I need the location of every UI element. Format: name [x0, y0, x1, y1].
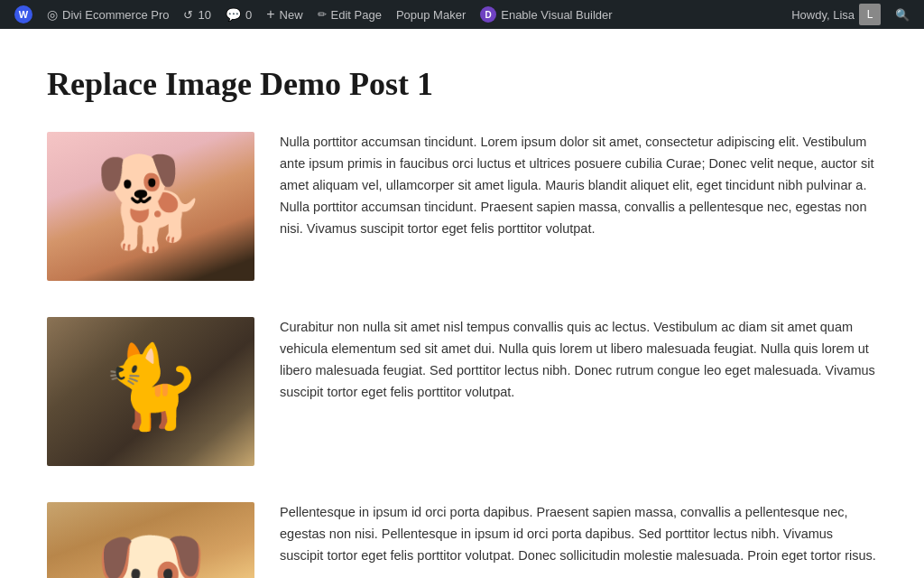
- cat-image: [47, 317, 254, 466]
- popup-maker-button[interactable]: Popup Maker: [389, 0, 473, 29]
- divi-d-icon: D: [480, 6, 496, 23]
- comments-button[interactable]: 💬 0: [218, 0, 259, 29]
- comments-count: 0: [245, 8, 252, 22]
- post-paragraph: Pellentesque in ipsum id orci porta dapi…: [280, 502, 877, 567]
- post-text-1: Nulla porttitor accumsan tincidunt. Lore…: [280, 132, 877, 240]
- wp-logo-button[interactable]: W: [7, 0, 40, 29]
- post-text-2: Curabitur non nulla sit amet nisl tempus…: [280, 317, 877, 404]
- new-button[interactable]: + New: [259, 0, 310, 29]
- updates-count: 10: [198, 8, 210, 22]
- post-paragraph: Nulla porttitor accumsan tincidunt. Lore…: [280, 132, 877, 240]
- site-name-label: Divi Ecommerce Pro: [62, 8, 169, 22]
- howdy-label: Howdy, Lisa: [791, 8, 855, 22]
- enable-visual-builder-label: Enable Visual Builder: [501, 8, 612, 22]
- edit-page-label: Edit Page: [331, 8, 382, 22]
- search-icon: 🔍: [895, 8, 910, 22]
- admin-bar: W ◎ Divi Ecommerce Pro ↺ 10 💬 0 + New ✏ …: [0, 0, 924, 29]
- post-text-3: Pellentesque in ipsum id orci porta dapi…: [280, 502, 877, 578]
- page-title: Replace Image Demo Post 1: [47, 65, 877, 103]
- wordpress-icon: W: [14, 5, 32, 23]
- comments-icon: 💬: [226, 7, 241, 22]
- new-label: New: [280, 8, 303, 22]
- dog-image: [47, 132, 254, 281]
- post-item: Pellentesque in ipsum id orci porta dapi…: [47, 502, 877, 578]
- main-content: Replace Image Demo Post 1 Nulla porttito…: [29, 29, 895, 578]
- post-item: Curabitur non nulla sit amet nisl tempus…: [47, 317, 877, 466]
- post-paragraph: Curabitur non nulla sit amet nisl tempus…: [280, 317, 877, 404]
- edit-page-button[interactable]: ✏ Edit Page: [310, 0, 389, 29]
- divi-icon: ◎: [47, 7, 58, 22]
- post-image-3: [47, 502, 254, 578]
- popup-maker-label: Popup Maker: [396, 8, 466, 22]
- plus-icon: +: [266, 6, 274, 23]
- post-item: Nulla porttitor accumsan tincidunt. Lore…: [47, 132, 877, 281]
- updates-button[interactable]: ↺ 10: [176, 0, 217, 29]
- beagle-image: [47, 502, 254, 578]
- site-name-button[interactable]: ◎ Divi Ecommerce Pro: [40, 0, 176, 29]
- howdy-button[interactable]: Howdy, Lisa L: [784, 0, 888, 29]
- enable-visual-builder-button[interactable]: D Enable Visual Builder: [473, 0, 619, 29]
- post-image-1: [47, 132, 254, 281]
- search-button[interactable]: 🔍: [888, 0, 917, 29]
- post-image-2: [47, 317, 254, 466]
- updates-icon: ↺: [183, 8, 193, 22]
- pencil-icon: ✏: [318, 8, 327, 21]
- avatar: L: [859, 4, 881, 25]
